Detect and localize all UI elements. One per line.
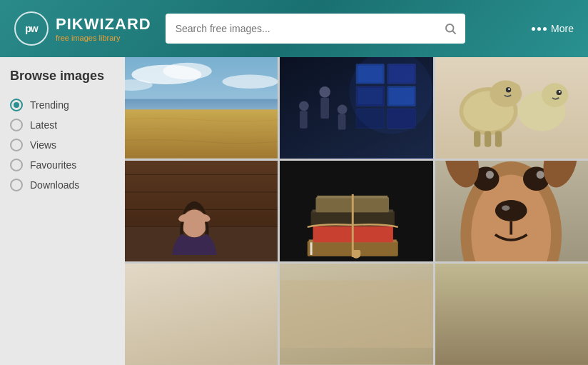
svg-point-68 <box>536 171 544 179</box>
svg-point-33 <box>508 88 510 90</box>
main-content: Browse images Trending Latest Views Favo… <box>0 57 588 365</box>
svg-line-1 <box>452 31 455 34</box>
logo-tagline: free images library <box>56 34 151 42</box>
image-woman-stressed[interactable] <box>125 161 278 262</box>
search-icon <box>444 22 457 35</box>
svg-rect-71 <box>125 264 278 365</box>
logo-text: PIKWIZARD free images library <box>56 15 151 42</box>
svg-rect-74 <box>435 264 588 365</box>
sidebar-label-favourites: Favourites <box>30 159 76 171</box>
sidebar-label-views: Views <box>30 139 56 151</box>
svg-point-0 <box>446 24 454 32</box>
radio-trending <box>10 99 23 111</box>
image-beach[interactable] <box>125 57 278 159</box>
svg-point-67 <box>485 171 493 179</box>
header: pw PIKWIZARD free images library More <box>0 0 588 57</box>
image-tech-meeting[interactable] <box>280 57 432 159</box>
sidebar-title: Browse images <box>10 69 115 84</box>
svg-point-32 <box>505 87 510 92</box>
svg-point-38 <box>542 83 568 107</box>
svg-rect-21 <box>321 98 330 119</box>
svg-rect-53 <box>310 242 313 255</box>
sidebar-item-trending[interactable]: Trending <box>10 95 115 115</box>
svg-point-47 <box>182 209 207 237</box>
logo-name: PIKWIZARD <box>56 15 151 34</box>
sidebar-item-favourites[interactable]: Favourites <box>10 155 115 175</box>
image-books[interactable] <box>280 161 432 262</box>
radio-favourites <box>10 159 23 171</box>
radio-views <box>10 139 23 151</box>
radio-downloads <box>10 179 23 191</box>
radio-latest <box>10 119 23 131</box>
more-button[interactable]: More <box>532 23 574 34</box>
sidebar: Browse images Trending Latest Views Favo… <box>0 57 125 365</box>
svg-point-22 <box>299 101 309 111</box>
svg-rect-23 <box>300 111 308 128</box>
search-input[interactable] <box>166 14 465 44</box>
logo-area: pw PIKWIZARD free images library <box>14 11 151 46</box>
svg-rect-35 <box>485 131 491 146</box>
svg-rect-8 <box>125 109 278 158</box>
image-dog[interactable] <box>435 161 588 262</box>
svg-point-64 <box>502 205 510 210</box>
svg-rect-34 <box>474 131 480 146</box>
svg-point-63 <box>495 200 527 221</box>
sidebar-label-latest: Latest <box>30 119 57 131</box>
svg-point-40 <box>559 91 561 93</box>
svg-point-4 <box>163 63 211 79</box>
svg-rect-25 <box>338 114 346 129</box>
search-button[interactable] <box>435 14 465 44</box>
sidebar-label-downloads: Downloads <box>30 179 79 191</box>
svg-rect-36 <box>495 131 502 146</box>
sidebar-label-trending: Trending <box>30 99 69 111</box>
image-sheep[interactable] <box>435 57 588 159</box>
image-bottom-center[interactable] <box>280 264 432 365</box>
image-bottom-left[interactable] <box>125 264 278 365</box>
svg-rect-73 <box>280 281 432 348</box>
logo-icon: pw <box>14 11 49 46</box>
svg-point-20 <box>320 86 331 98</box>
sidebar-item-views[interactable]: Views <box>10 135 115 155</box>
svg-point-39 <box>556 90 561 95</box>
sidebar-item-downloads[interactable]: Downloads <box>10 175 115 195</box>
search-bar <box>166 14 465 44</box>
image-grid <box>125 57 588 365</box>
svg-point-5 <box>222 74 278 89</box>
svg-point-24 <box>338 104 348 114</box>
more-dots-icon <box>532 27 547 31</box>
image-bottom-right[interactable] <box>435 264 588 365</box>
sidebar-item-latest[interactable]: Latest <box>10 115 115 135</box>
